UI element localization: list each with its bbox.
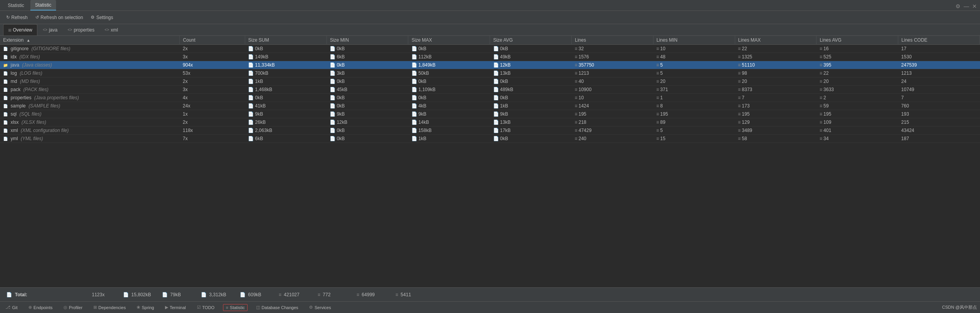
size-sum-icon-11: 📄: [248, 136, 254, 141]
col-size-min[interactable]: Size MIN: [327, 36, 408, 45]
tab-properties[interactable]: <> properties: [63, 24, 99, 35]
status-statistic[interactable]: ≡ Statistic: [223, 304, 248, 311]
status-endpoints[interactable]: ⊕ Endpoints: [26, 304, 55, 311]
lines-min-icon-10: ≡: [656, 128, 659, 133]
size-avg-icon-8: 📄: [493, 111, 499, 117]
minimize-icon[interactable]: —: [964, 3, 969, 9]
cell-size-sum-1: 📄149kB: [245, 53, 327, 61]
table-row[interactable]: 📄 yml (YML files) 7x 📄6kB 📄0kB 📄1kB 📄0kB…: [0, 135, 980, 143]
status-dependencies-label: Dependencies: [98, 305, 126, 310]
table-row[interactable]: 📄 xml (XML configuration file) 118x 📄2,0…: [0, 127, 980, 135]
file-type-icon: 📄: [3, 120, 8, 125]
cell-lines-9: ≡218: [571, 118, 653, 127]
cell-lines-max-10: ≡3489: [735, 127, 817, 135]
cell-lines-min-7: ≡8: [653, 102, 735, 110]
status-todo[interactable]: ☑ TODO: [195, 304, 217, 311]
table-row[interactable]: 📄 pack (PACK files) 3x 📄1,468kB 📄45kB 📄1…: [0, 86, 980, 94]
refresh-button[interactable]: ↻ Refresh: [3, 14, 31, 21]
tab-java[interactable]: <> java: [38, 24, 62, 35]
status-spring[interactable]: ❀ Spring: [134, 304, 156, 311]
table-row[interactable]: 📄 properties (Java properties files) 4x …: [0, 94, 980, 102]
size-min-icon-0: 📄: [330, 46, 335, 51]
size-avg-icon-7: 📄: [493, 103, 499, 109]
cell-size-max-11: 📄1kB: [408, 135, 490, 143]
cell-size-max-3: 📄50kB: [408, 69, 490, 77]
col-extension[interactable]: Extension ▲: [0, 36, 180, 45]
lines-avg-icon-3: ≡: [820, 70, 822, 76]
cell-lines-code-7: 760: [898, 102, 980, 110]
cell-lines-max-8: ≡195: [735, 110, 817, 118]
table-row[interactable]: 📁 java (Java classes) 904x 📄11,334kB 📄0k…: [0, 61, 980, 69]
status-database[interactable]: ◫ Database Changes: [254, 304, 300, 311]
cell-size-sum-8: 📄9kB: [245, 110, 327, 118]
status-services[interactable]: ⚙ Services: [307, 304, 333, 311]
file-type-icon: 📄: [3, 88, 8, 92]
database-icon: ◫: [256, 305, 260, 310]
size-max-icon-9: 📄: [411, 120, 417, 125]
status-git[interactable]: ⎇ Git: [3, 304, 20, 311]
col-lines-code[interactable]: Lines CODE: [898, 36, 980, 45]
cell-size-sum-4: 📄1kB: [245, 77, 327, 86]
cell-lines-code-1: 1530: [898, 53, 980, 61]
table-row[interactable]: 📄 gitignore (GITIGNORE files) 2x 📄0kB 📄0…: [0, 45, 980, 53]
settings-gear-icon[interactable]: ⚙: [955, 3, 961, 9]
cell-lines-3: ≡1213: [571, 69, 653, 77]
total-label: Total:: [15, 292, 27, 297]
cell-lines-2: ≡357750: [571, 61, 653, 69]
tab-statistic-2[interactable]: Statistic: [30, 0, 56, 11]
col-size-max[interactable]: Size MAX: [408, 36, 490, 45]
table-row[interactable]: 📄 md (MD files) 2x 📄1kB 📄0kB 📄0kB 📄0kB ≡…: [0, 77, 980, 86]
table-header-row: Extension ▲ Count Size SUM Size MIN Size…: [0, 36, 980, 45]
size-max-icon: 📄: [201, 292, 207, 297]
col-lines[interactable]: Lines: [571, 36, 653, 45]
cell-lines-1: ≡1576: [571, 53, 653, 61]
table-row[interactable]: 📄 sql (SQL files) 1x 📄9kB 📄9kB 📄9kB 📄9kB…: [0, 110, 980, 118]
close-icon[interactable]: ✕: [972, 3, 977, 9]
cell-count-1: 3x: [180, 53, 245, 61]
file-type-icon: 📄: [3, 137, 8, 141]
status-git-label: Git: [12, 305, 18, 310]
size-sum-icon-5: 📄: [248, 87, 254, 92]
status-terminal[interactable]: ▶ Terminal: [163, 304, 188, 311]
status-dependencies[interactable]: ⊞ Dependencies: [91, 304, 128, 311]
lines-avg-icon-1: ≡: [820, 54, 822, 60]
col-size-avg[interactable]: Size AVG: [490, 36, 572, 45]
tab-xml[interactable]: <> xml: [100, 24, 123, 35]
col-lines-max[interactable]: Lines MAX: [735, 36, 817, 45]
lines-avg-icon-5: ≡: [820, 87, 822, 92]
cell-lines-max-6: ≡7: [735, 94, 817, 102]
cell-size-avg-1: 📄49kB: [490, 53, 572, 61]
table-row[interactable]: 📄 xlsx (XLSX files) 2x 📄26kB 📄12kB 📄14kB…: [0, 118, 980, 127]
lines-icon-3: ≡: [574, 70, 577, 76]
cell-size-sum-2: 📄11,334kB: [245, 61, 327, 69]
col-lines-avg[interactable]: Lines AVG: [817, 36, 898, 45]
tab-overview[interactable]: ⊞ Overview: [3, 24, 37, 35]
lines-min-icon-2: ≡: [656, 62, 659, 68]
cell-size-avg-9: 📄13kB: [490, 118, 572, 127]
lines-min-icon-1: ≡: [656, 54, 659, 60]
col-lines-min[interactable]: Lines MIN: [653, 36, 735, 45]
col-count[interactable]: Count: [180, 36, 245, 45]
refresh-on-selection-button[interactable]: ↺ Refresh on selection: [32, 14, 86, 21]
cell-count-8: 1x: [180, 110, 245, 118]
status-services-label: Services: [314, 305, 331, 310]
size-min-icon-9: 📄: [330, 120, 335, 125]
cell-lines-code-10: 43424: [898, 127, 980, 135]
overview-icon: ⊞: [8, 28, 11, 32]
cell-ext-11: 📄 yml (YML files): [0, 135, 180, 143]
size-min-icon-11: 📄: [330, 136, 335, 141]
table-row[interactable]: 📄 sample (SAMPLE files) 24x 📄41kB 📄0kB 📄…: [0, 102, 980, 110]
size-sum-icon-6: 📄: [248, 95, 254, 100]
col-size-sum[interactable]: Size SUM: [245, 36, 327, 45]
cell-size-avg-2: 📄12kB: [490, 61, 572, 69]
file-icon-total: 📄: [6, 292, 12, 297]
settings-button[interactable]: ⚙ Settings: [88, 14, 116, 21]
cell-size-min-4: 📄0kB: [327, 77, 408, 86]
status-profiler[interactable]: ◎ Profiler: [61, 304, 85, 311]
size-avg-icon: 📄: [240, 292, 246, 297]
size-avg-icon-2: 📄: [493, 62, 499, 68]
table-row[interactable]: 📄 idx (IDX files) 3x 📄149kB 📄6kB 📄112kB …: [0, 53, 980, 61]
table-row[interactable]: 📄 log (LOG files) 53x 📄700kB 📄3kB 📄50kB …: [0, 69, 980, 77]
cell-lines-code-4: 24: [898, 77, 980, 86]
tab-statistic-1[interactable]: Statistic: [3, 0, 29, 11]
